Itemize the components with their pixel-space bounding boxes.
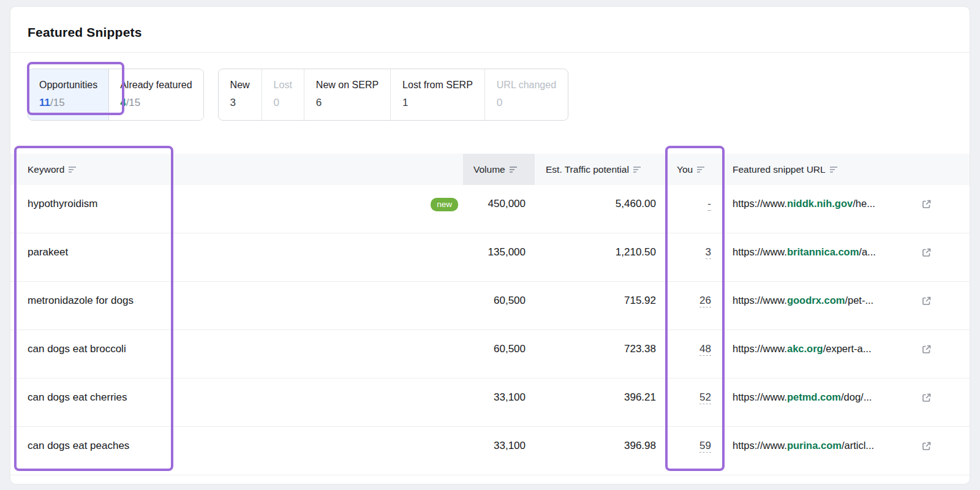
filter-lost-from-serp[interactable]: Lost from SERP 1 xyxy=(390,69,484,120)
sort-icon[interactable] xyxy=(510,166,518,173)
filter-lost-from-serp-count: 1 xyxy=(402,96,473,109)
you-cell: 48 xyxy=(662,330,725,378)
volume-cell: 60,500 xyxy=(463,282,535,330)
table-row: can dogs eat cherries 33,100 396.21 52 h… xyxy=(10,379,970,427)
external-link-icon[interactable] xyxy=(921,344,932,355)
tab-already-featured-count: 4/15 xyxy=(120,96,192,109)
url-prefix: https://www. xyxy=(733,391,787,402)
sort-icon[interactable] xyxy=(633,166,642,173)
column-header-traffic[interactable]: Est. Traffic potential xyxy=(535,154,662,185)
change-filters: New 3 Lost 0 New on SERP 6 Lost from SER… xyxy=(218,69,568,121)
controls-row: Opportunities 11/15 Already featured 4/1… xyxy=(28,69,952,121)
column-header-keyword-label: Keyword xyxy=(28,164,64,175)
volume-cell: 135,000 xyxy=(463,233,535,281)
you-cell: 52 xyxy=(662,379,725,426)
traffic-cell: 723.38 xyxy=(535,330,662,378)
url-cell: https://www.akc.org/expert-a... xyxy=(725,330,952,378)
you-position-link[interactable]: 48 xyxy=(699,343,711,356)
url-cell: https://www.britannica.com/a... xyxy=(725,233,952,281)
keyword-text: can dogs eat cherries xyxy=(28,391,127,404)
you-position-link[interactable]: - xyxy=(707,198,711,211)
you-position-link[interactable]: 52 xyxy=(699,391,711,404)
column-header-volume-label: Volume xyxy=(473,164,505,175)
keyword-cell: metronidazole for dogs xyxy=(28,282,463,330)
filter-url-changed[interactable]: URL changed 0 xyxy=(484,69,568,120)
url-domain: akc.org xyxy=(787,343,823,354)
filter-url-changed-count: 0 xyxy=(497,96,556,109)
keyword-text: parakeet xyxy=(28,246,68,258)
snippet-url-link[interactable]: https://www.akc.org/expert-a... xyxy=(733,343,872,355)
column-header-keyword[interactable]: Keyword xyxy=(28,154,463,185)
url-prefix: https://www. xyxy=(733,343,787,354)
url-domain: goodrx.com xyxy=(787,295,845,306)
external-link-icon[interactable] xyxy=(921,199,932,209)
keyword-cell: can dogs eat cherries xyxy=(28,379,463,426)
external-link-icon[interactable] xyxy=(921,441,932,451)
keyword-cell: hypothyroidism new xyxy=(28,185,463,233)
filter-new-on-serp[interactable]: New on SERP 6 xyxy=(304,69,390,120)
you-position-link[interactable]: 3 xyxy=(706,246,711,259)
keyword-text: hypothyroidism xyxy=(28,198,97,210)
tab-opportunities[interactable]: Opportunities 11/15 xyxy=(28,69,108,120)
filter-new-on-serp-count: 6 xyxy=(316,96,379,109)
filter-lost-from-serp-label: Lost from SERP xyxy=(402,79,473,91)
url-cell: https://www.petmd.com/dog/... xyxy=(725,379,952,426)
sort-icon[interactable] xyxy=(697,166,706,173)
external-link-icon[interactable] xyxy=(921,393,932,403)
you-cell: 26 xyxy=(662,282,725,330)
traffic-cell: 396.98 xyxy=(535,427,662,475)
you-cell: 3 xyxy=(662,233,725,281)
page-title: Featured Snippets xyxy=(28,25,952,40)
traffic-cell: 396.21 xyxy=(535,379,662,426)
filter-lost-count: 0 xyxy=(274,96,292,109)
column-header-traffic-label: Est. Traffic potential xyxy=(546,164,629,175)
table-row: metronidazole for dogs 60,500 715.92 26 … xyxy=(10,282,970,330)
filter-new-label: New xyxy=(230,79,250,91)
table-row: can dogs eat peaches 33,100 396.98 59 ht… xyxy=(10,427,970,475)
keyword-text: can dogs eat broccoli xyxy=(28,343,126,355)
column-header-volume[interactable]: Volume xyxy=(463,154,535,185)
url-cell: https://www.niddk.nih.gov/he... xyxy=(725,185,952,233)
snippet-url-link[interactable]: https://www.purina.com/articl... xyxy=(733,440,874,451)
you-position-link[interactable]: 59 xyxy=(699,440,711,453)
filter-lost-label: Lost xyxy=(274,79,292,91)
you-position-link[interactable]: 26 xyxy=(699,295,711,307)
you-cell: - xyxy=(662,185,725,233)
filter-lost[interactable]: Lost 0 xyxy=(262,69,304,120)
tab-already-featured[interactable]: Already featured 4/15 xyxy=(108,69,203,120)
table-header-row: Keyword Volume Est. Traffic potential Yo… xyxy=(10,154,970,185)
url-prefix: https://www. xyxy=(733,246,787,257)
volume-cell: 33,100 xyxy=(463,427,535,475)
filter-new-on-serp-label: New on SERP xyxy=(316,79,379,91)
tab-opportunities-label: Opportunities xyxy=(39,79,97,91)
snippet-url-link[interactable]: https://www.britannica.com/a... xyxy=(733,246,876,258)
url-suffix: /a... xyxy=(859,246,876,257)
keyword-cell: parakeet xyxy=(28,233,463,281)
url-domain: britannica.com xyxy=(787,246,859,257)
traffic-cell: 715.92 xyxy=(535,282,662,330)
sort-icon[interactable] xyxy=(830,166,839,173)
tab-opportunities-count: 11/15 xyxy=(39,96,97,109)
tab-already-featured-count-suffix: /15 xyxy=(126,97,141,108)
tab-opportunities-count-num: 11 xyxy=(39,97,50,108)
url-prefix: https://www. xyxy=(733,198,787,209)
keyword-text: can dogs eat peaches xyxy=(28,440,129,452)
url-cell: https://www.purina.com/articl... xyxy=(725,427,952,475)
volume-cell: 60,500 xyxy=(463,330,535,378)
volume-cell: 33,100 xyxy=(463,379,535,426)
filter-new[interactable]: New 3 xyxy=(219,69,262,120)
column-header-you[interactable]: You xyxy=(662,154,725,185)
you-cell: 59 xyxy=(662,427,725,475)
url-domain: niddk.nih.gov xyxy=(787,198,853,209)
sort-icon[interactable] xyxy=(69,166,77,173)
traffic-cell: 1,210.50 xyxy=(535,233,662,281)
snippet-url-link[interactable]: https://www.niddk.nih.gov/he... xyxy=(733,198,875,209)
external-link-icon[interactable] xyxy=(921,247,932,258)
url-prefix: https://www. xyxy=(733,295,787,306)
external-link-icon[interactable] xyxy=(921,296,932,306)
snippet-url-link[interactable]: https://www.petmd.com/dog/... xyxy=(733,391,872,403)
keyword-cell: can dogs eat peaches xyxy=(28,427,463,475)
snippet-url-link[interactable]: https://www.goodrx.com/pet-... xyxy=(733,295,873,306)
column-header-url[interactable]: Featured snippet URL xyxy=(725,154,952,185)
url-suffix: /expert-a... xyxy=(823,343,872,354)
